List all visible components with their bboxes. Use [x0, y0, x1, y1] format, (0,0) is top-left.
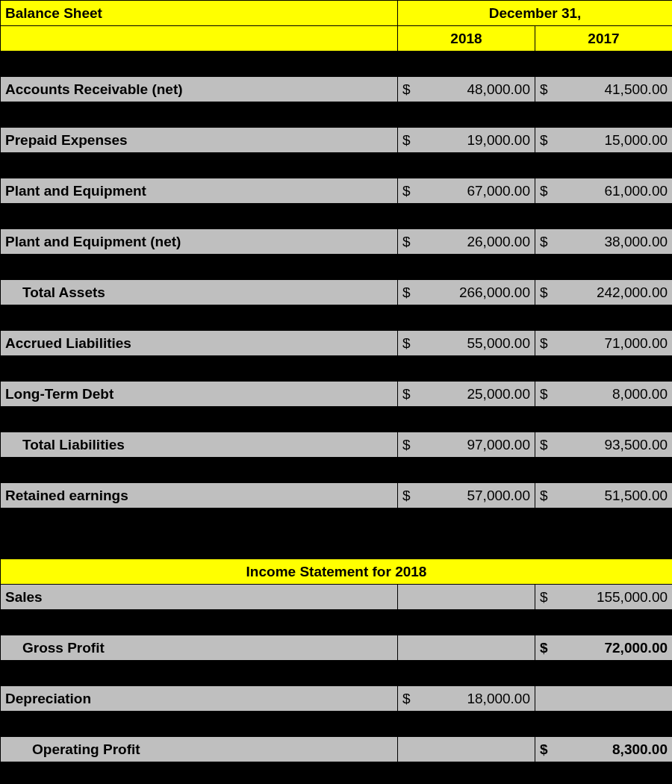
spacer-row — [1, 305, 673, 331]
value-2018: $67,000.00 — [398, 178, 535, 204]
year-2017-header: 2017 — [535, 26, 673, 52]
value-2017: $242,000.00 — [535, 280, 673, 305]
row-accrued-liabilities: Accrued Liabilities $55,000.00 $71,000.0… — [1, 331, 673, 356]
value-2017: $71,000.00 — [535, 331, 673, 356]
row-total-assets: Total Assets $266,000.00 $242,000.00 — [1, 280, 673, 305]
label-retained-earnings: Retained earnings — [1, 483, 398, 508]
financial-statements-table: Balance Sheet December 31, 2018 2017 Acc… — [0, 0, 672, 784]
row-accounts-receivable: Accounts Receivable (net) $48,000.00 $41… — [1, 77, 673, 102]
value-2018: $26,000.00 — [398, 229, 535, 255]
row-depreciation: Depreciation $18,000.00 — [1, 686, 673, 712]
row-plant-equipment-net: Plant and Equipment (net) $26,000.00 $38… — [1, 229, 673, 255]
spacer-row — [1, 610, 673, 635]
spacer-row — [1, 762, 673, 785]
value-gross-profit: $72,000.00 — [535, 635, 673, 661]
spacer-row — [1, 712, 673, 737]
value-depreciation: $18,000.00 — [398, 686, 535, 712]
row-operating-profit: Operating Profit $8,300.00 — [1, 737, 673, 762]
value-2018: $25,000.00 — [398, 382, 535, 407]
label-accounts-receivable: Accounts Receivable (net) — [1, 77, 398, 102]
year-2018-header: 2018 — [398, 26, 535, 52]
spacer-row — [1, 52, 673, 77]
blank-header-cell — [1, 26, 398, 52]
value-2017: $8,000.00 — [535, 382, 673, 407]
label-operating-profit: Operating Profit — [1, 737, 398, 762]
spacer-row — [1, 508, 673, 534]
label-gross-profit: Gross Profit — [1, 635, 398, 661]
spacer-row — [1, 204, 673, 229]
label-long-term-debt: Long-Term Debt — [1, 382, 398, 407]
blank-cell — [398, 585, 535, 610]
spacer-row — [1, 458, 673, 483]
value-operating-profit: $8,300.00 — [535, 737, 673, 762]
row-gross-profit: Gross Profit $72,000.00 — [1, 635, 673, 661]
spacer-row — [1, 153, 673, 178]
value-2018: $55,000.00 — [398, 331, 535, 356]
label-sales: Sales — [1, 585, 398, 610]
value-2018: $48,000.00 — [398, 77, 535, 102]
row-prepaid-expenses: Prepaid Expenses $19,000.00 $15,000.00 — [1, 128, 673, 153]
value-2017: $41,500.00 — [535, 77, 673, 102]
value-2018: $57,000.00 — [398, 483, 535, 508]
blank-cell — [535, 686, 673, 712]
income-statement-title: Income Statement for 2018 — [1, 559, 673, 585]
spacer-row — [1, 356, 673, 382]
spacer-row — [1, 661, 673, 686]
row-long-term-debt: Long-Term Debt $25,000.00 $8,000.00 — [1, 382, 673, 407]
row-total-liabilities: Total Liabilities $97,000.00 $93,500.00 — [1, 432, 673, 458]
value-2018: $97,000.00 — [398, 432, 535, 458]
value-sales: $155,000.00 — [535, 585, 673, 610]
value-2017: $93,500.00 — [535, 432, 673, 458]
row-plant-equipment: Plant and Equipment $67,000.00 $61,000.0… — [1, 178, 673, 204]
value-2017: $15,000.00 — [535, 128, 673, 153]
row-sales: Sales $155,000.00 — [1, 585, 673, 610]
value-2017: $38,000.00 — [535, 229, 673, 255]
value-2018: $19,000.00 — [398, 128, 535, 153]
spacer-row — [1, 255, 673, 280]
row-retained-earnings: Retained earnings $57,000.00 $51,500.00 — [1, 483, 673, 508]
blank-cell — [398, 737, 535, 762]
label-total-assets: Total Assets — [1, 280, 398, 305]
label-prepaid-expenses: Prepaid Expenses — [1, 128, 398, 153]
value-2018: $266,000.00 — [398, 280, 535, 305]
value-2017: $51,500.00 — [535, 483, 673, 508]
spacer-row — [1, 407, 673, 432]
balance-sheet-title: Balance Sheet — [1, 1, 398, 26]
label-accrued-liabilities: Accrued Liabilities — [1, 331, 398, 356]
blank-cell — [398, 635, 535, 661]
spacer-row — [1, 102, 673, 128]
period-header: December 31, — [398, 1, 673, 26]
label-depreciation: Depreciation — [1, 686, 398, 712]
label-plant-equipment-net: Plant and Equipment (net) — [1, 229, 398, 255]
spacer-row — [1, 534, 673, 559]
value-2017: $61,000.00 — [535, 178, 673, 204]
label-plant-equipment: Plant and Equipment — [1, 178, 398, 204]
label-total-liabilities: Total Liabilities — [1, 432, 398, 458]
